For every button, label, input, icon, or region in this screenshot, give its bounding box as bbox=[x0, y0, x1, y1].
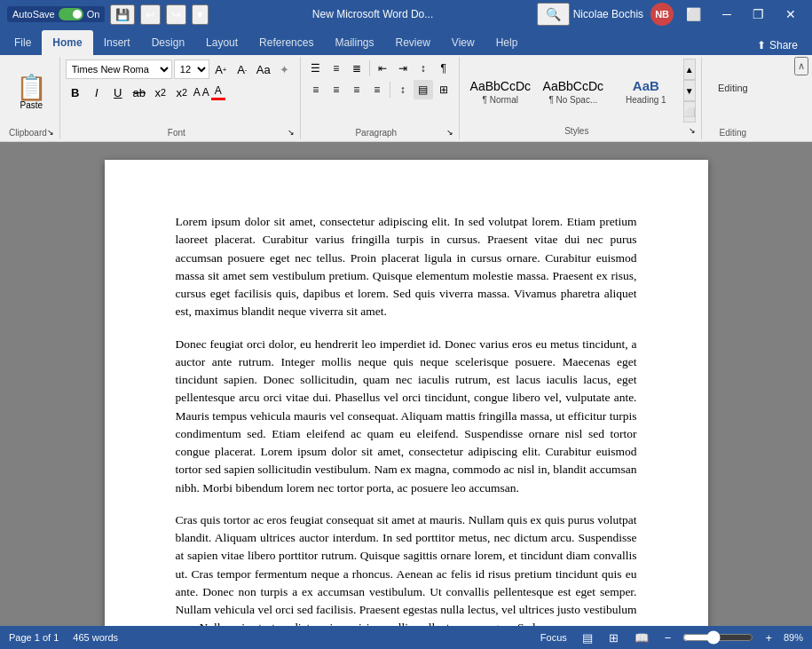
restore-button[interactable]: ❐ bbox=[744, 4, 773, 25]
font-content: Times New Roma 12 A+ A- Aa ✦ B I U ab x2… bbox=[66, 59, 295, 126]
clipboard-label: Clipboard bbox=[9, 126, 47, 138]
font-color-button[interactable]: A bbox=[215, 84, 222, 97]
decrease-indent-button[interactable]: ⇤ bbox=[373, 59, 392, 78]
shading-button[interactable]: ▤ bbox=[414, 80, 433, 99]
clear-format-button[interactable]: ✦ bbox=[275, 59, 295, 79]
zoom-out-button[interactable]: − bbox=[660, 629, 676, 646]
sort-button[interactable]: ↕ bbox=[414, 59, 433, 78]
align-right-button[interactable]: ≡ bbox=[347, 80, 367, 99]
tab-mailings[interactable]: Mailings bbox=[324, 30, 384, 55]
tab-home[interactable]: Home bbox=[42, 30, 92, 55]
paragraph-1: Lorem ipsum dolor sit amet, consectetur … bbox=[176, 213, 637, 321]
paste-button[interactable]: 📋 Paste bbox=[10, 64, 52, 121]
styles-expand[interactable]: ⬜ bbox=[683, 101, 696, 123]
clipboard-expand[interactable]: ↘ bbox=[47, 128, 54, 137]
autosave-state: On bbox=[87, 9, 100, 20]
highlight-button[interactable]: A bbox=[202, 86, 209, 99]
tab-view[interactable]: View bbox=[441, 30, 485, 55]
style-normal-cell[interactable]: AaBbCcDc ¶ Normal bbox=[465, 60, 536, 123]
numbering-button[interactable]: ≡ bbox=[327, 59, 346, 78]
italic-button[interactable]: I bbox=[87, 83, 106, 102]
font-name-select[interactable]: Times New Roma bbox=[66, 59, 172, 79]
zoom-in-button[interactable]: + bbox=[761, 629, 777, 646]
paragraph-2: Donec feugiat orci dolor, eu hendrerit l… bbox=[176, 336, 637, 497]
show-marks-button[interactable]: ¶ bbox=[434, 59, 453, 78]
style-nospace-preview: AaBbCcDc bbox=[543, 79, 603, 93]
style-normal-label: ¶ Normal bbox=[483, 95, 518, 105]
autosave-switch[interactable] bbox=[59, 8, 83, 20]
font-row-1: Times New Roma 12 A+ A- Aa ✦ bbox=[66, 59, 295, 79]
text-effect-button[interactable]: A bbox=[193, 86, 201, 99]
autosave-label: AutoSave bbox=[12, 9, 55, 20]
quick-access-dropdown[interactable]: ▾ bbox=[192, 4, 209, 25]
strikethrough-button[interactable]: ab bbox=[130, 83, 149, 102]
tab-help[interactable]: Help bbox=[485, 30, 529, 55]
redo-button[interactable]: ↪ bbox=[166, 4, 186, 25]
tab-review[interactable]: Review bbox=[384, 30, 440, 55]
styles-expand-btn[interactable]: ↘ bbox=[689, 126, 696, 135]
para-row-1: ☰ ≡ ≣ ⇤ ⇥ ↕ ¶ bbox=[306, 59, 453, 78]
styles-group: AaBbCcDc ¶ Normal AaBbCcDc ¶ No Spac... … bbox=[460, 57, 702, 139]
autosave-toggle[interactable]: AutoSave On bbox=[7, 6, 105, 22]
font-grow-button[interactable]: A+ bbox=[211, 59, 231, 79]
view-web-button[interactable]: ⊞ bbox=[604, 629, 623, 646]
font-size-select[interactable]: 12 bbox=[174, 59, 209, 79]
minimize-button[interactable]: ─ bbox=[713, 4, 740, 25]
user-name: Nicolae Bochis bbox=[573, 8, 643, 20]
font-label: Font bbox=[66, 126, 288, 138]
style-heading1-cell[interactable]: AaB Heading 1 bbox=[611, 60, 682, 123]
font-expand[interactable]: ↘ bbox=[288, 128, 295, 137]
undo-button[interactable]: ↩ bbox=[140, 4, 161, 25]
tab-file[interactable]: File bbox=[4, 30, 42, 55]
share-icon: ⬆ bbox=[757, 39, 766, 51]
align-center-button[interactable]: ≡ bbox=[327, 80, 346, 99]
zoom-slider[interactable] bbox=[682, 630, 753, 645]
view-read-button[interactable]: 📖 bbox=[630, 629, 653, 646]
close-button[interactable]: ✕ bbox=[777, 4, 805, 25]
zoom-percent: 89% bbox=[784, 632, 803, 643]
document-area[interactable]: Lorem ipsum dolor sit amet, consectetur … bbox=[0, 142, 812, 626]
multilevel-button[interactable]: ≣ bbox=[347, 59, 367, 78]
paste-label: Paste bbox=[20, 100, 43, 110]
line-spacing-button[interactable]: ↕ bbox=[393, 80, 413, 99]
change-case-button[interactable]: Aa bbox=[254, 59, 273, 79]
font-shrink-button[interactable]: A- bbox=[233, 59, 252, 79]
align-left-button[interactable]: ≡ bbox=[306, 80, 326, 99]
paragraph-3: Cras quis tortor ac eros feugiat consequ… bbox=[176, 511, 637, 626]
styles-label: Styles bbox=[465, 124, 689, 136]
ribbon-collapse-button[interactable]: ∧ bbox=[794, 57, 808, 75]
paragraph-expand[interactable]: ↘ bbox=[446, 128, 453, 137]
borders-button[interactable]: ⊞ bbox=[434, 80, 453, 99]
save-button[interactable]: 💾 bbox=[110, 4, 135, 25]
styles-scroll-down[interactable]: ▼ bbox=[683, 80, 696, 101]
style-heading1-label: Heading 1 bbox=[626, 95, 666, 105]
avatar[interactable]: NB bbox=[650, 3, 674, 26]
tab-design[interactable]: Design bbox=[141, 30, 195, 55]
text-effect-indicator: A bbox=[193, 86, 201, 99]
styles-scroll-buttons: ▲ ▼ ⬜ bbox=[683, 59, 696, 124]
user-initials: NB bbox=[655, 9, 669, 20]
ribbon-tabs: File Home Insert Design Layout Reference… bbox=[0, 28, 812, 55]
styles-scroll-up[interactable]: ▲ bbox=[683, 59, 696, 80]
tab-references[interactable]: References bbox=[248, 30, 324, 55]
style-normal-preview: AaBbCcDc bbox=[470, 79, 531, 93]
focus-button[interactable]: Focus bbox=[537, 630, 571, 645]
bold-button[interactable]: B bbox=[66, 83, 85, 102]
share-button[interactable]: ⬆ Share bbox=[746, 36, 808, 55]
editing-group-label: Editing bbox=[707, 126, 759, 138]
superscript-button[interactable]: x2 bbox=[172, 83, 192, 102]
justify-button[interactable]: ≡ bbox=[367, 80, 387, 99]
document-page: Lorem ipsum dolor sit amet, consectetur … bbox=[105, 160, 708, 626]
ribbon-display-button[interactable]: ⬜ bbox=[677, 4, 710, 25]
view-print-button[interactable]: ▤ bbox=[578, 629, 597, 646]
status-bar: Page 1 of 1 465 words Focus ▤ ⊞ 📖 − + 89… bbox=[0, 626, 812, 649]
subscript-button[interactable]: x2 bbox=[151, 83, 170, 102]
tab-insert[interactable]: Insert bbox=[93, 30, 141, 55]
search-button[interactable]: 🔍 bbox=[537, 3, 570, 26]
underline-button[interactable]: U bbox=[108, 83, 128, 102]
increase-indent-button[interactable]: ⇥ bbox=[393, 59, 413, 78]
style-nospace-cell[interactable]: AaBbCcDc ¶ No Spac... bbox=[538, 60, 609, 123]
font-color-bar bbox=[211, 98, 225, 100]
bullets-button[interactable]: ☰ bbox=[306, 59, 326, 78]
tab-layout[interactable]: Layout bbox=[195, 30, 248, 55]
